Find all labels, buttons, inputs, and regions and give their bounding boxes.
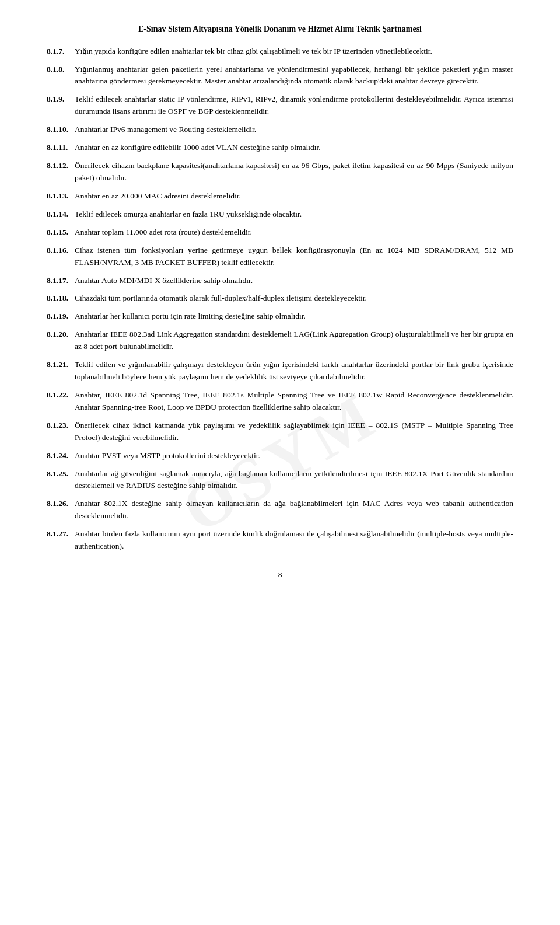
section-text-8-1-22: Anahtar, IEEE 802.1d Spanning Tree, IEEE… bbox=[75, 389, 513, 414]
section-text-8-1-13: Anahtar en az 20.000 MAC adresini destek… bbox=[75, 190, 513, 203]
section-num-8-1-26: 8.1.26. bbox=[47, 498, 75, 510]
section-8-1-17: 8.1.17. Anahtar Auto MDI/MDI-X özellikle… bbox=[47, 275, 513, 287]
section-num-8-1-8: 8.1.8. bbox=[47, 64, 75, 76]
page-title: E-Sınav Sistem Altyapısına Yönelik Donan… bbox=[47, 23, 513, 35]
section-num-8-1-11: 8.1.11. bbox=[47, 142, 75, 154]
section-text-8-1-12: Önerilecek cihazın backplane kapasitesi(… bbox=[75, 160, 513, 184]
section-8-1-15: 8.1.15. Anahtar toplam 11.000 adet rota … bbox=[47, 226, 513, 239]
section-text-8-1-11: Anahtar en az konfigüre edilebilir 1000 … bbox=[75, 142, 513, 154]
section-8-1-20: 8.1.20. Anahtarlar IEEE 802.3ad Link Agg… bbox=[47, 329, 513, 353]
section-num-8-1-12: 8.1.12. bbox=[47, 160, 75, 172]
section-text-8-1-27: Anahtar birden fazla kullanıcının aynı p… bbox=[75, 528, 513, 553]
section-8-1-13: 8.1.13. Anahtar en az 20.000 MAC adresin… bbox=[47, 190, 513, 203]
section-8-1-21: 8.1.21. Teklif edilen ve yığınlanabilir … bbox=[47, 359, 513, 383]
section-num-8-1-17: 8.1.17. bbox=[47, 275, 75, 287]
section-text-8-1-16: Cihaz istenen tüm fonksiyonları yerine g… bbox=[75, 245, 513, 269]
section-text-8-1-15: Anahtar toplam 11.000 adet rota (route) … bbox=[75, 226, 513, 239]
section-text-8-1-21: Teklif edilen ve yığınlanabilir çalışmay… bbox=[75, 359, 513, 383]
section-text-8-1-24: Anahtar PVST veya MSTP protokollerini de… bbox=[75, 450, 513, 462]
section-num-8-1-27: 8.1.27. bbox=[47, 528, 75, 540]
section-text-8-1-20: Anahtarlar IEEE 802.3ad Link Aggregation… bbox=[75, 329, 513, 353]
page-number: 8 bbox=[278, 570, 282, 579]
section-num-8-1-15: 8.1.15. bbox=[47, 226, 75, 239]
section-text-8-1-14: Teklif edilecek omurga anahtarlar en faz… bbox=[75, 208, 513, 221]
section-num-8-1-22: 8.1.22. bbox=[47, 389, 75, 402]
section-text-8-1-26: Anahtar 802.1X desteğine sahip olmayan k… bbox=[75, 498, 513, 522]
section-text-8-1-9: Teklif edilecek anahtarlar static IP yön… bbox=[75, 93, 513, 118]
section-text-8-1-23: Önerilecek cihaz ikinci katmanda yük pay… bbox=[75, 420, 513, 444]
section-8-1-27: 8.1.27. Anahtar birden fazla kullanıcını… bbox=[47, 528, 513, 553]
section-num-8-1-20: 8.1.20. bbox=[47, 329, 75, 341]
section-text-8-1-17: Anahtar Auto MDI/MDI-X özelliklerine sah… bbox=[75, 275, 513, 287]
section-text-8-1-25: Anahtarlar ağ güvenliğini sağlamak amacı… bbox=[75, 468, 513, 493]
section-text-8-1-8: Yığınlanmış anahtarlar gelen paketlerin … bbox=[75, 64, 513, 88]
section-num-8-1-18: 8.1.18. bbox=[47, 292, 75, 305]
section-num-8-1-10: 8.1.10. bbox=[47, 124, 75, 136]
section-num-8-1-14: 8.1.14. bbox=[47, 208, 75, 221]
section-8-1-7: 8.1.7. Yığın yapıda konfigüre edilen ana… bbox=[47, 46, 513, 58]
section-num-8-1-13: 8.1.13. bbox=[47, 190, 75, 203]
section-num-8-1-7: 8.1.7. bbox=[47, 46, 75, 58]
section-num-8-1-24: 8.1.24. bbox=[47, 450, 75, 462]
section-text-8-1-19: Anahtarlar her kullanıcı portu için rate… bbox=[75, 310, 513, 323]
section-num-8-1-19: 8.1.19. bbox=[47, 310, 75, 323]
section-text-8-1-10: Anahtarlar IPv6 management ve Routing de… bbox=[75, 124, 513, 136]
section-8-1-16: 8.1.16. Cihaz istenen tüm fonksiyonları … bbox=[47, 245, 513, 269]
section-num-8-1-9: 8.1.9. bbox=[47, 93, 75, 106]
section-8-1-26: 8.1.26. Anahtar 802.1X desteğine sahip o… bbox=[47, 498, 513, 522]
section-num-8-1-21: 8.1.21. bbox=[47, 359, 75, 371]
section-8-1-24: 8.1.24. Anahtar PVST veya MSTP protokoll… bbox=[47, 450, 513, 462]
section-num-8-1-25: 8.1.25. bbox=[47, 468, 75, 480]
section-8-1-8: 8.1.8. Yığınlanmış anahtarlar gelen pake… bbox=[47, 64, 513, 88]
section-num-8-1-23: 8.1.23. bbox=[47, 420, 75, 432]
section-text-8-1-18: Cihazdaki tüm portlarında otomatik olara… bbox=[75, 292, 513, 305]
section-8-1-18: 8.1.18. Cihazdaki tüm portlarında otomat… bbox=[47, 292, 513, 305]
section-8-1-9: 8.1.9. Teklif edilecek anahtarlar static… bbox=[47, 93, 513, 118]
section-8-1-11: 8.1.11. Anahtar en az konfigüre edilebil… bbox=[47, 142, 513, 154]
section-8-1-14: 8.1.14. Teklif edilecek omurga anahtarla… bbox=[47, 208, 513, 221]
main-content: 8.1.7. Yığın yapıda konfigüre edilen ana… bbox=[47, 46, 513, 553]
section-8-1-23: 8.1.23. Önerilecek cihaz ikinci katmanda… bbox=[47, 420, 513, 444]
section-8-1-25: 8.1.25. Anahtarlar ağ güvenliğini sağlam… bbox=[47, 468, 513, 493]
section-num-8-1-16: 8.1.16. bbox=[47, 245, 75, 257]
section-text-8-1-7: Yığın yapıda konfigüre edilen anahtarlar… bbox=[75, 46, 513, 58]
section-8-1-22: 8.1.22. Anahtar, IEEE 802.1d Spanning Tr… bbox=[47, 389, 513, 414]
section-8-1-19: 8.1.19. Anahtarlar her kullanıcı portu i… bbox=[47, 310, 513, 323]
page-footer: 8 bbox=[47, 570, 513, 580]
section-8-1-10: 8.1.10. Anahtarlar IPv6 management ve Ro… bbox=[47, 124, 513, 136]
section-8-1-12: 8.1.12. Önerilecek cihazın backplane kap… bbox=[47, 160, 513, 184]
